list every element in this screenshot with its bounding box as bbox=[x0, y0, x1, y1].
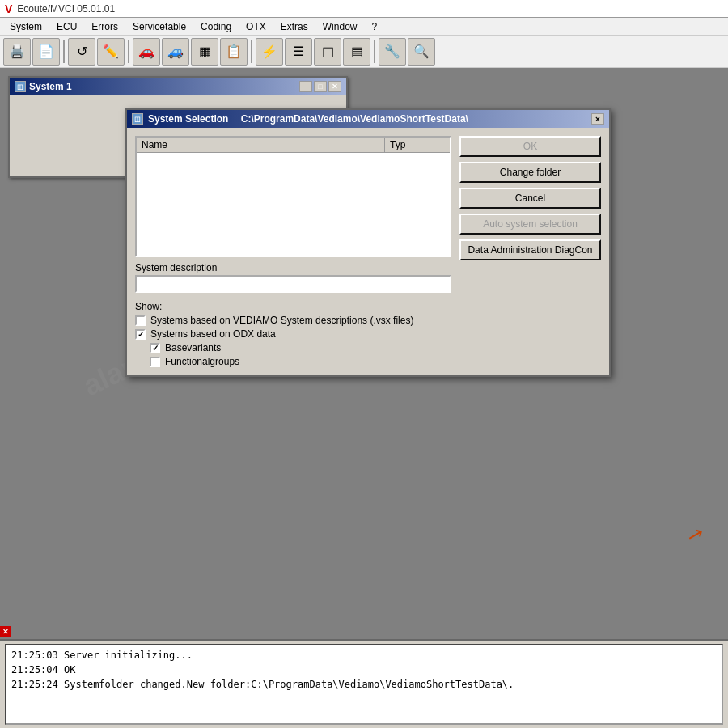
checkbox-basevariants-row: Basevariants bbox=[150, 342, 451, 353]
show-label: Show: bbox=[135, 301, 451, 312]
toolbar-wrench-btn[interactable]: 🔧 bbox=[379, 38, 406, 66]
file-list-body[interactable] bbox=[137, 153, 450, 256]
menu-extras[interactable]: Extras bbox=[274, 19, 315, 34]
inner-window-minimize-btn[interactable]: ─ bbox=[299, 81, 312, 92]
dialog-icon: ◫ bbox=[132, 113, 143, 125]
change-folder-button[interactable]: Change folder bbox=[459, 162, 601, 183]
dialog-path-text: C:\ProgramData\Vediamo\VediamoShortTestD… bbox=[241, 113, 468, 125]
error-indicator: ✕ bbox=[0, 626, 11, 637]
menu-system[interactable]: System bbox=[3, 19, 49, 34]
toolbar-module-btn[interactable]: 📋 bbox=[220, 38, 248, 66]
data-admin-button[interactable]: Data Administration DiagCon bbox=[459, 239, 601, 260]
dialog-title-bar: ◫ System Selection C:\ProgramData\Vediam… bbox=[127, 110, 609, 128]
toolbar-edit-btn[interactable]: ✏️ bbox=[97, 38, 125, 66]
show-section: Show: Systems based on VEDIAMO System de… bbox=[135, 298, 451, 367]
dialog-system-selection: ◫ System Selection C:\ProgramData\Vediam… bbox=[125, 108, 611, 377]
auto-system-button[interactable]: Auto system selection bbox=[459, 214, 601, 235]
status-line-2: 21:25:04 OK bbox=[11, 662, 717, 677]
dialog-left-panel: Name Typ System description Show: System… bbox=[135, 136, 451, 367]
system-description-input[interactable] bbox=[135, 275, 451, 293]
checkbox-basevariants[interactable] bbox=[150, 343, 160, 353]
menu-window[interactable]: Window bbox=[316, 19, 364, 34]
menu-errors[interactable]: Errors bbox=[85, 19, 125, 34]
dialog-right-panel: OK Change folder Cancel Auto system sele… bbox=[459, 136, 601, 367]
menu-servicetable[interactable]: Servicetable bbox=[126, 19, 193, 34]
toolbar-vehicle-btn[interactable]: 🚙 bbox=[162, 38, 189, 66]
ok-button[interactable]: OK bbox=[459, 136, 601, 157]
inner-window-close-btn[interactable]: ✕ bbox=[328, 81, 341, 92]
menu-help[interactable]: ? bbox=[365, 19, 383, 34]
checkbox-functionalgroups-row: Functionalgroups bbox=[150, 356, 451, 367]
checkbox-vsx-row: Systems based on VEDIAMO System descript… bbox=[135, 315, 451, 326]
file-list-col-typ: Typ bbox=[385, 138, 450, 152]
app-title: Ecoute/MVCI 05.01.01 bbox=[17, 3, 115, 15]
dialog-close-btn[interactable]: × bbox=[591, 113, 604, 125]
status-line-1: 21:25:03 Server initializing... bbox=[11, 648, 717, 662]
dialog-body: Name Typ System description Show: System… bbox=[127, 128, 609, 375]
toolbar-sep-4 bbox=[374, 40, 375, 63]
toolbar-panel1-btn[interactable]: ◫ bbox=[314, 38, 341, 66]
status-line-3: 21:25:24 Systemfolder changed.New folder… bbox=[11, 677, 717, 692]
file-list[interactable]: Name Typ bbox=[135, 136, 451, 257]
checkbox-functionalgroups-label: Functionalgroups bbox=[165, 356, 239, 367]
system-description-label: System description bbox=[135, 262, 451, 273]
menu-otx[interactable]: OTX bbox=[239, 19, 273, 34]
toolbar-sep-1 bbox=[63, 40, 65, 63]
dialog-title-text: System Selection bbox=[148, 113, 228, 125]
toolbar-flash-btn[interactable]: ⚡ bbox=[256, 38, 283, 66]
toolbar-sep-2 bbox=[128, 40, 129, 63]
checkbox-vsx-label: Systems based on VEDIAMO System descript… bbox=[150, 315, 413, 326]
checkbox-odx[interactable] bbox=[135, 329, 146, 340]
inner-window-controls: ─ □ ✕ bbox=[299, 81, 341, 92]
checkbox-vsx[interactable] bbox=[135, 315, 146, 326]
cancel-button[interactable]: Cancel bbox=[459, 188, 601, 209]
menu-ecu[interactable]: ECU bbox=[50, 19, 83, 34]
file-list-col-name: Name bbox=[137, 138, 385, 152]
checkbox-basevariants-label: Basevariants bbox=[165, 342, 221, 353]
toolbar-sep-3 bbox=[251, 40, 252, 63]
inner-window-title-text: System 1 bbox=[29, 81, 72, 92]
corner-arrow: ↗ bbox=[685, 522, 707, 548]
toolbar-refresh-btn[interactable]: ↺ bbox=[68, 38, 95, 66]
toolbar-panel2-btn[interactable]: ▤ bbox=[343, 38, 370, 66]
toolbar-print-btn[interactable]: 🖨️ bbox=[3, 38, 31, 66]
checkbox-odx-label: Systems based on ODX data bbox=[150, 328, 276, 340]
checkbox-functionalgroups[interactable] bbox=[150, 357, 160, 367]
inner-window-maximize-btn[interactable]: □ bbox=[314, 81, 327, 92]
app-icon: V bbox=[5, 2, 12, 15]
main-area: alansh alansh alansh alansh alansh ◫ Sys… bbox=[0, 68, 728, 639]
checkbox-odx-row: Systems based on ODX data bbox=[135, 328, 451, 340]
toolbar-search-btn[interactable]: 🔍 bbox=[408, 38, 435, 66]
status-bar: 21:25:03 Server initializing... 21:25:04… bbox=[0, 639, 728, 728]
inner-window-title-left: ◫ System 1 bbox=[15, 81, 72, 92]
file-list-header: Name Typ bbox=[137, 138, 450, 153]
toolbar-file-btn[interactable]: 📄 bbox=[32, 38, 60, 66]
inner-window-title-bar: ◫ System 1 ─ □ ✕ bbox=[10, 78, 346, 95]
dialog-title-left: ◫ System Selection C:\ProgramData\Vediam… bbox=[132, 113, 468, 125]
menu-coding[interactable]: Coding bbox=[194, 19, 238, 34]
toolbar: 🖨️ 📄 ↺ ✏️ 🚗 🚙 ▦ 📋 ⚡ ☰ ◫ ▤ 🔧 🔍 bbox=[0, 36, 728, 68]
toolbar-list-btn[interactable]: ☰ bbox=[285, 38, 312, 66]
inner-window-icon: ◫ bbox=[15, 81, 26, 92]
toolbar-car-btn[interactable]: 🚗 bbox=[133, 38, 160, 66]
status-bar-inner: 21:25:03 Server initializing... 21:25:04… bbox=[5, 644, 723, 725]
system-description-section: System description bbox=[135, 262, 451, 293]
toolbar-grid-btn[interactable]: ▦ bbox=[191, 38, 218, 66]
menu-bar: System ECU Errors Servicetable Coding OT… bbox=[0, 18, 728, 36]
title-bar: V Ecoute/MVCI 05.01.01 bbox=[0, 0, 728, 18]
